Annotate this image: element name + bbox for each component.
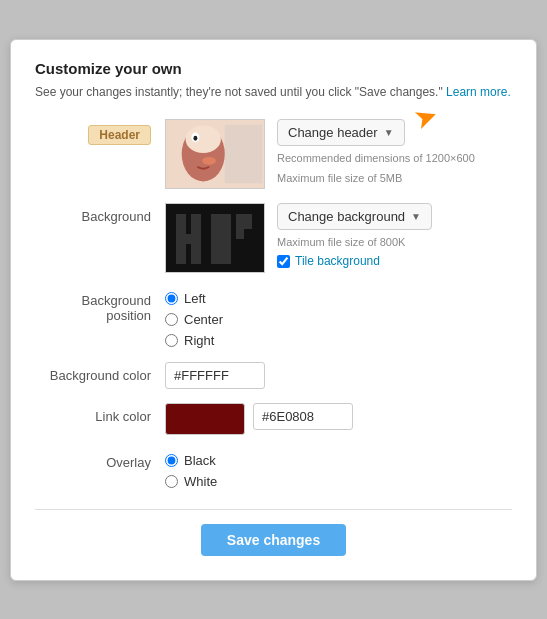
change-background-label: Change background	[288, 209, 405, 224]
link-color-row: Link color	[35, 403, 512, 435]
overlay-group: Black White	[165, 449, 217, 489]
background-color-input[interactable]	[165, 362, 265, 389]
link-color-label: Link color	[35, 403, 165, 424]
position-right-radio[interactable]	[165, 334, 178, 347]
header-rec-text: Recommended dimensions of 1200×600	[277, 150, 475, 167]
overlay-row: Overlay Black White	[35, 449, 512, 489]
background-position-label: Background position	[35, 287, 165, 323]
tile-background-row: Tile background	[277, 254, 432, 268]
svg-rect-10	[191, 214, 201, 264]
header-label-badge: Header	[88, 125, 151, 145]
svg-point-4	[193, 135, 197, 140]
svg-point-2	[186, 125, 221, 152]
position-left-label: Left	[184, 291, 206, 306]
change-header-button[interactable]: Change header ▼	[277, 119, 405, 146]
svg-rect-11	[211, 214, 221, 264]
svg-rect-15	[244, 214, 252, 229]
background-color-row: Background color	[35, 362, 512, 389]
header-image	[166, 119, 264, 189]
header-thumbnail	[165, 119, 265, 189]
background-max-text: Maximum file size of 800K	[277, 234, 432, 251]
learn-more-link[interactable]: Learn more.	[446, 85, 511, 99]
customize-panel: Customize your own See your changes inst…	[10, 39, 537, 581]
background-position-row: Background position Left Center Right	[35, 287, 512, 348]
panel-subtitle: See your changes instantly; they're not …	[35, 83, 512, 101]
background-position-group: Left Center Right	[165, 287, 223, 348]
overlay-black-label: Black	[184, 453, 216, 468]
position-left-radio[interactable]	[165, 292, 178, 305]
tile-background-label[interactable]: Tile background	[295, 254, 380, 268]
overlay-white-label: White	[184, 474, 217, 489]
background-image	[166, 204, 264, 273]
background-row: Background Change backgroun	[35, 203, 512, 273]
svg-rect-14	[236, 214, 244, 239]
position-center-option[interactable]: Center	[165, 312, 223, 327]
arrow-annotation: ➤	[409, 98, 442, 137]
change-header-label: Change header	[288, 125, 378, 140]
save-button[interactable]: Save changes	[201, 524, 346, 556]
svg-rect-6	[225, 124, 262, 183]
overlay-black-option[interactable]: Black	[165, 453, 217, 468]
subtitle-text: See your changes instantly; they're not …	[35, 85, 443, 99]
overlay-white-option[interactable]: White	[165, 474, 217, 489]
position-center-radio[interactable]	[165, 313, 178, 326]
change-background-arrow: ▼	[411, 211, 421, 222]
svg-rect-13	[221, 214, 231, 264]
tile-background-checkbox[interactable]	[277, 255, 290, 268]
svg-point-5	[202, 156, 216, 164]
link-color-input[interactable]	[253, 403, 353, 430]
overlay-label: Overlay	[35, 449, 165, 470]
position-center-label: Center	[184, 312, 223, 327]
background-label: Background	[35, 203, 165, 224]
header-row: Header	[35, 119, 512, 189]
background-thumbnail	[165, 203, 265, 273]
link-color-swatch	[165, 403, 245, 435]
position-left-option[interactable]: Left	[165, 291, 223, 306]
overlay-black-radio[interactable]	[165, 454, 178, 467]
header-max-text: Maximum file size of 5MB	[277, 170, 475, 187]
position-right-option[interactable]: Right	[165, 333, 223, 348]
save-row: Save changes	[35, 509, 512, 556]
panel-title: Customize your own	[35, 60, 512, 77]
background-color-label: Background color	[35, 362, 165, 383]
change-background-button[interactable]: Change background ▼	[277, 203, 432, 230]
overlay-white-radio[interactable]	[165, 475, 178, 488]
change-header-arrow: ▼	[384, 127, 394, 138]
position-right-label: Right	[184, 333, 214, 348]
